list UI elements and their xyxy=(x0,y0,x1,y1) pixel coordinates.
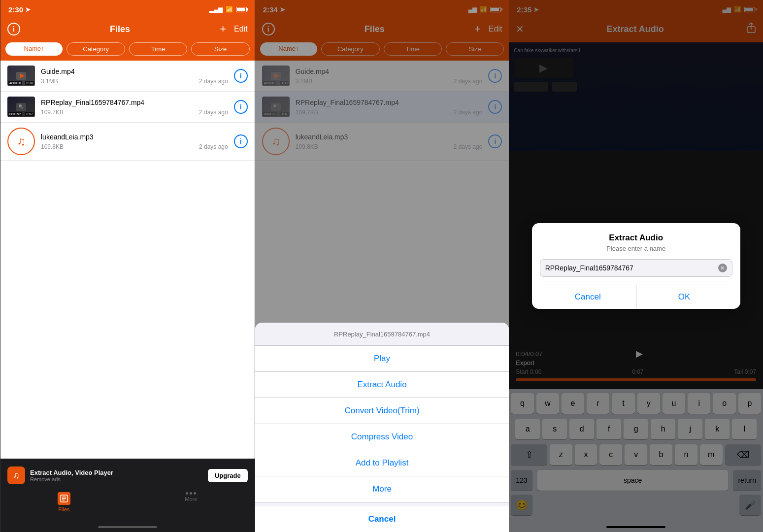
upgrade-banner: ♫ Extract Audio, Video Player Remove ads… xyxy=(0,463,255,488)
wifi-icon: 📶 xyxy=(226,6,233,13)
action-convert-btn[interactable]: Convert Video(Trim) xyxy=(255,398,509,424)
thumb-res-2: 88×192 xyxy=(8,112,22,116)
action-play-btn[interactable]: Play xyxy=(255,346,509,372)
file-name-2: RPReplay_Final1659784767.mp4 xyxy=(41,98,228,107)
action-extract-btn[interactable]: Extract Audio xyxy=(255,372,509,398)
more-tab-label: More xyxy=(185,496,197,502)
upgrade-icon: ♫ xyxy=(7,466,25,484)
dialog-cancel-btn[interactable]: Cancel xyxy=(540,285,636,309)
nav-title-1: Files xyxy=(110,24,130,34)
action-more-btn[interactable]: More xyxy=(255,476,509,502)
add-btn-1[interactable]: + xyxy=(220,23,226,35)
files-tab-label: Files xyxy=(58,506,69,512)
action-sheet-overlay[interactable]: RPReplay_Final1659784767.mp4 Play Extrac… xyxy=(255,0,509,532)
action-compress-btn[interactable]: Compress Video xyxy=(255,424,509,450)
filename-input[interactable] xyxy=(545,264,718,272)
info-circle-btn-1[interactable]: i xyxy=(7,23,20,35)
tab-files-1[interactable]: Files xyxy=(0,492,128,512)
file-thumb-1: 480×10 0:30 xyxy=(7,66,35,86)
file-meta-2: 109.7KB 2 days ago xyxy=(41,109,228,116)
file-info-1: Guide.mp4 3.1MB 2 days ago xyxy=(41,67,228,84)
seg-time-1[interactable]: Time xyxy=(129,42,187,56)
phone-2: 2:34 ➤ ▄▆ 📶 i Files + Edit Name↑ Categor… xyxy=(255,0,509,532)
dialog-input-row: ✕ xyxy=(540,259,732,277)
nav-actions-1: + Edit xyxy=(220,23,247,35)
action-sheet-filename: RPReplay_Final1659784767.mp4 xyxy=(334,331,430,338)
phone-1: 2:30 ➤ ▂▄▆ 📶 i Files + Edit Name↑ Catego… xyxy=(0,0,255,532)
status-icons-1: ▂▄▆ 📶 xyxy=(209,6,247,13)
upgrade-title: Extract Audio, Video Player xyxy=(30,469,203,476)
signal-icon: ▂▄▆ xyxy=(209,6,223,13)
dialog-buttons: Cancel OK xyxy=(540,285,732,309)
battery-icon xyxy=(236,7,247,12)
info-btn-2[interactable]: i xyxy=(234,100,248,114)
svg-point-4 xyxy=(21,107,23,109)
file-name-1: Guide.mp4 xyxy=(41,67,228,76)
nav-left-1: i xyxy=(7,23,20,35)
svg-point-3 xyxy=(19,104,22,107)
thumb-dur-1: 0:30 xyxy=(25,81,34,85)
file-thumb-3: ♫ xyxy=(7,128,35,155)
upgrade-logo-icon: ♫ xyxy=(13,470,20,481)
info-btn-3[interactable]: i xyxy=(234,134,248,148)
tab-more-1[interactable]: More xyxy=(128,492,255,512)
thumb-res-1: 480×10 xyxy=(8,81,22,85)
list-item[interactable]: 88×192 0:07 RPReplay_Final1659784767.mp4… xyxy=(0,92,255,123)
file-list-1: 480×10 0:30 Guide.mp4 3.1MB 2 days ago i… xyxy=(0,61,255,459)
nav-bar-1: i Files + Edit xyxy=(0,18,255,42)
upgrade-button[interactable]: Upgrade xyxy=(208,469,248,482)
file-meta-1: 3.1MB 2 days ago xyxy=(41,78,228,85)
edit-btn-1[interactable]: Edit xyxy=(234,25,248,33)
files-tab-icon xyxy=(58,492,70,505)
info-btn-1[interactable]: i xyxy=(234,69,248,83)
thumb-dur-2: 0:07 xyxy=(25,112,34,116)
upgrade-subtitle: Remove ads xyxy=(30,476,203,482)
file-name-3: lukeandLeia.mp3 xyxy=(41,133,228,141)
list-item[interactable]: 480×10 0:30 Guide.mp4 3.1MB 2 days ago i xyxy=(0,61,255,92)
clear-input-btn[interactable]: ✕ xyxy=(718,264,727,272)
seg-name-1[interactable]: Name↑ xyxy=(5,42,63,56)
status-bar-1: 2:30 ➤ ▂▄▆ 📶 xyxy=(0,0,255,18)
segment-bar-1: Name↑ Category Time Size xyxy=(0,42,255,61)
bottom-nav-1: ♫ Extract Audio, Video Player Remove ads… xyxy=(0,459,255,522)
extract-audio-dialog: Extract Audio Please enter a name ✕ Canc… xyxy=(532,223,740,309)
action-playlist-btn[interactable]: Add to Playlist xyxy=(255,450,509,476)
file-thumb-2: 88×192 0:07 xyxy=(7,97,35,117)
phone-3: 2:35 ➤ ▄▆ 📶 ✕ Extract Audio Can fake sky… xyxy=(509,0,763,532)
music-note-icon: ♫ xyxy=(17,134,26,148)
status-time-1: 2:30 ➤ xyxy=(8,5,31,14)
dialog-overlay: Extract Audio Please enter a name ✕ Canc… xyxy=(509,0,763,532)
location-icon: ➤ xyxy=(25,6,31,13)
dialog-title: Extract Audio xyxy=(540,233,732,243)
action-sheet: RPReplay_Final1659784767.mp4 Play Extrac… xyxy=(255,323,509,532)
tab-bar-1: Files More xyxy=(0,488,255,512)
more-tab-icon xyxy=(186,492,196,495)
dialog-subtitle: Please enter a name xyxy=(540,245,732,252)
action-sheet-header: RPReplay_Final1659784767.mp4 xyxy=(255,323,509,346)
action-cancel-btn[interactable]: Cancel xyxy=(255,506,509,532)
home-bar-1 xyxy=(0,522,255,532)
file-info-3: lukeandLeia.mp3 109.8KB 2 days ago xyxy=(41,133,228,150)
file-info-2: RPReplay_Final1659784767.mp4 109.7KB 2 d… xyxy=(41,98,228,115)
dialog-ok-btn[interactable]: OK xyxy=(636,285,732,309)
home-indicator-1 xyxy=(98,526,157,528)
file-meta-3: 109.8KB 2 days ago xyxy=(41,143,228,150)
seg-category-1[interactable]: Category xyxy=(66,42,125,56)
seg-size-1[interactable]: Size xyxy=(191,42,249,56)
list-item[interactable]: ♫ lukeandLeia.mp3 109.8KB 2 days ago i xyxy=(0,123,255,161)
upgrade-text: Extract Audio, Video Player Remove ads xyxy=(30,469,203,482)
